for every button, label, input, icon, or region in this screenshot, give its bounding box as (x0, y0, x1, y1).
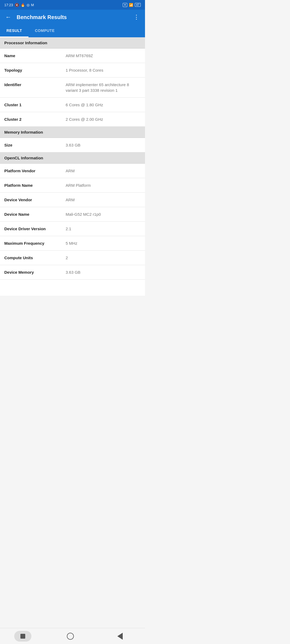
sim-icon: ✕ (123, 3, 127, 7)
value-device-name: Mali-G52 MC2 r1p0 (66, 211, 141, 217)
row-topology: Topology 1 Processor, 8 Cores (0, 63, 145, 78)
value-cluster1: 6 Cores @ 1.80 GHz (66, 102, 141, 108)
value-topology: 1 Processor, 8 Cores (66, 67, 141, 73)
wifi-icon: 📶 (129, 3, 133, 7)
label-device-vendor: Device Vendor (4, 197, 66, 203)
row-platform-name: Platform Name ARM Platform (0, 178, 145, 193)
toolbar: ← Benchmark Results ⋮ (0, 10, 145, 25)
status-right: ✕ 📶 47 (123, 3, 141, 7)
tab-bar: RESULT COMPUTE (0, 25, 145, 37)
label-platform-vendor: Platform Vendor (4, 168, 66, 174)
value-device-memory: 3.63 GB (66, 269, 141, 275)
section-header-memory: Memory Information (0, 127, 145, 138)
value-name: ARM MT6769Z (66, 53, 141, 58)
label-cluster2: Cluster 2 (4, 116, 66, 122)
row-cluster2: Cluster 2 2 Cores @ 2.00 GHz (0, 112, 145, 127)
row-size: Size 3.63 GB (0, 138, 145, 152)
status-bar: 17:23 🔇 🔥 ◎ M ✕ 📶 47 (0, 0, 145, 10)
battery-icon: 47 (135, 3, 141, 7)
section-header-opencl: OpenCL Information (0, 152, 145, 164)
flame-icon: 🔥 (21, 3, 25, 7)
battery-level: 47 (136, 3, 139, 6)
row-cluster1: Cluster 1 6 Cores @ 1.80 GHz (0, 98, 145, 112)
row-device-vendor: Device Vendor ARM (0, 193, 145, 207)
value-device-driver: 2.1 (66, 226, 141, 232)
label-cluster1: Cluster 1 (4, 102, 66, 108)
label-max-frequency: Maximum Frequency (4, 240, 66, 246)
row-platform-vendor: Platform Vendor ARM (0, 164, 145, 178)
mute-icon: 🔇 (15, 3, 19, 7)
value-platform-name: ARM Platform (66, 182, 141, 188)
section-header-processor: Processor Information (0, 37, 145, 49)
gmail-icon: M (31, 3, 34, 7)
label-compute-units: Compute Units (4, 255, 66, 261)
value-size: 3.63 GB (66, 142, 141, 148)
row-device-name: Device Name Mali-G52 MC2 r1p0 (0, 207, 145, 222)
label-name: Name (4, 53, 66, 58)
label-device-driver: Device Driver Version (4, 226, 66, 232)
status-time: 17:23 (4, 3, 13, 7)
location-icon: ◎ (27, 3, 30, 7)
row-compute-units: Compute Units 2 (0, 251, 145, 265)
label-topology: Topology (4, 67, 66, 73)
value-platform-vendor: ARM (66, 168, 141, 174)
label-device-memory: Device Memory (4, 269, 66, 275)
tab-result[interactable]: RESULT (0, 25, 28, 37)
label-identifier: Identifier (4, 82, 66, 87)
row-device-driver: Device Driver Version 2.1 (0, 222, 145, 236)
value-device-vendor: ARM (66, 197, 141, 203)
row-device-memory: Device Memory 3.63 GB (0, 265, 145, 280)
status-left: 17:23 🔇 🔥 ◎ M (4, 3, 34, 7)
row-identifier: Identifier ARM implementer 65 architectu… (0, 78, 145, 98)
menu-button[interactable]: ⋮ (132, 13, 141, 22)
label-size: Size (4, 142, 66, 148)
value-compute-units: 2 (66, 255, 141, 261)
tab-compute[interactable]: COMPUTE (28, 25, 61, 37)
back-button[interactable]: ← (4, 13, 12, 22)
row-max-frequency: Maximum Frequency 5 MHz (0, 236, 145, 251)
label-device-name: Device Name (4, 211, 66, 217)
page-title: Benchmark Results (17, 14, 128, 20)
content-area: Processor Information Name ARM MT6769Z T… (0, 37, 145, 296)
value-max-frequency: 5 MHz (66, 240, 141, 246)
value-identifier: ARM implementer 65 architecture 8 varian… (66, 82, 141, 93)
value-cluster2: 2 Cores @ 2.00 GHz (66, 116, 141, 122)
label-platform-name: Platform Name (4, 182, 66, 188)
row-name: Name ARM MT6769Z (0, 49, 145, 63)
